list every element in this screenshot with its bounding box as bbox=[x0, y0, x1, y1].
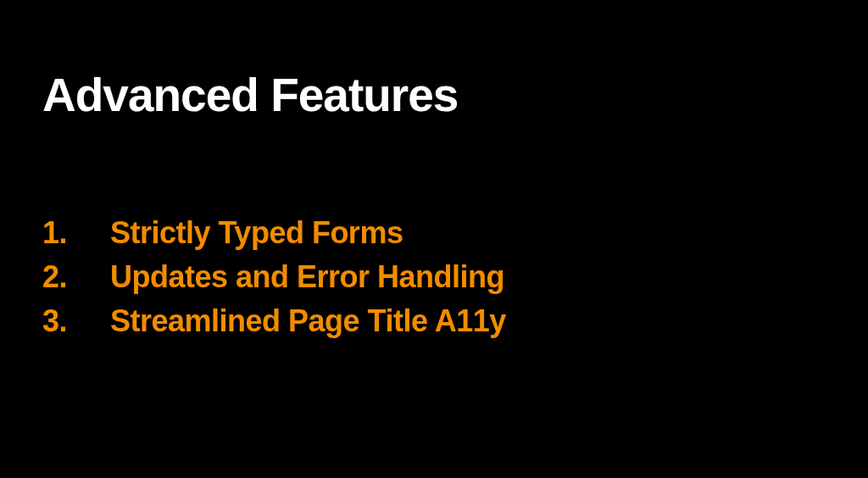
list-item: Streamlined Page Title A11y bbox=[42, 299, 826, 343]
list-item: Updates and Error Handling bbox=[42, 255, 826, 299]
slide-container: Advanced Features Strictly Typed Forms U… bbox=[0, 0, 868, 478]
feature-list: Strictly Typed Forms Updates and Error H… bbox=[42, 211, 826, 344]
slide-title: Advanced Features bbox=[42, 68, 826, 122]
list-item: Strictly Typed Forms bbox=[42, 211, 826, 255]
